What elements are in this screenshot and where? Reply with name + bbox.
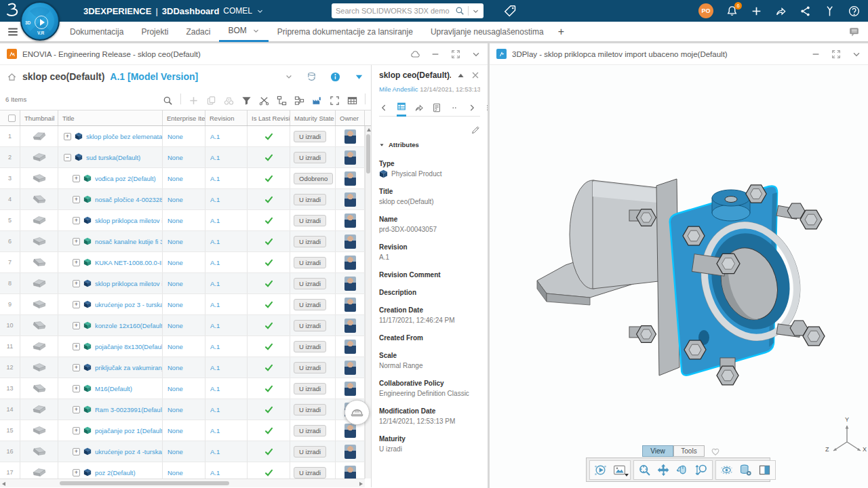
expand-button[interactable]: + — [73, 343, 80, 350]
add-tab-button[interactable]: + — [558, 26, 564, 38]
next-icon[interactable] — [467, 99, 477, 117]
column-header-2[interactable]: Title — [58, 110, 163, 125]
comments-icon[interactable] — [848, 26, 860, 37]
search-icon[interactable] — [163, 94, 173, 104]
column-header-3[interactable]: Enterprise Ite... — [163, 110, 205, 125]
expand-button[interactable]: + — [73, 406, 80, 413]
search-icon[interactable] — [455, 6, 465, 16]
home-icon[interactable] — [7, 72, 17, 82]
item-title-link[interactable]: poz 2(Default) — [95, 469, 136, 476]
table-row[interactable]: 4+nosač pločice 4-0023288 raz...NoneA.1U… — [0, 189, 371, 210]
expand-button[interactable]: + — [73, 259, 80, 266]
search-input[interactable] — [336, 7, 455, 15]
more-icon[interactable] — [450, 99, 459, 117]
table-row[interactable]: 8+sklop priklopca miletov import...NoneA… — [0, 273, 371, 294]
info-icon[interactable] — [330, 72, 340, 82]
compare-structure-icon[interactable] — [294, 94, 304, 104]
item-title-link[interactable]: pojačanje poz 1(Default) — [95, 427, 162, 434]
item-title-link[interactable]: priključak za vakumiranje 12... — [95, 364, 162, 371]
item-title-link[interactable]: pojačanje 8x130(Default) — [95, 343, 162, 350]
table-row[interactable]: 16+ukrućenje poz 4 -turska(Defa...NoneA.… — [0, 441, 371, 462]
owner-name[interactable]: Mile Andesilic — [379, 85, 418, 93]
edit-pencil-icon[interactable] — [471, 125, 480, 135]
column-header-5[interactable]: Is Last Revision — [248, 110, 290, 125]
add-icon[interactable] — [189, 94, 199, 104]
item-title-link[interactable]: ukrućenje poz 3 - turska(Defa... — [95, 301, 162, 308]
expand-button[interactable]: + — [73, 385, 80, 392]
tab-upravljanje-neusaglas-enostima[interactable]: Upravljanje neusaglašenostima — [422, 22, 553, 42]
brand-tenant[interactable]: COMEL — [223, 6, 252, 16]
vertical-scrollbar[interactable] — [365, 126, 371, 479]
3dplay-window-header[interactable]: 3DPlay - sklop priklopca miletov import … — [490, 43, 868, 65]
pan-icon[interactable] — [654, 461, 673, 479]
expand-button[interactable]: + — [73, 427, 80, 434]
tab-projekti[interactable]: Projekti — [132, 22, 177, 42]
expand-button[interactable]: + — [64, 133, 71, 140]
expand-button[interactable]: + — [73, 196, 80, 203]
share-icon[interactable] — [775, 5, 787, 17]
cloud-icon[interactable] — [410, 49, 420, 59]
3dswym-icon[interactable] — [824, 5, 835, 17]
section-icon[interactable] — [736, 461, 755, 479]
item-title-link[interactable]: konzole 12x160(Default) — [95, 322, 162, 329]
help-icon[interactable] — [848, 5, 860, 17]
user-avatar[interactable]: PO — [698, 3, 713, 18]
expand-button[interactable]: + — [73, 175, 80, 182]
share-icon[interactable] — [414, 99, 424, 117]
turntable-icon[interactable] — [717, 461, 736, 479]
play-mode-icon[interactable] — [591, 461, 610, 479]
item-title-link[interactable]: vođica poz 2(Default) — [95, 175, 156, 182]
tenant-chevron-icon[interactable] — [256, 7, 264, 15]
manufacturing-icon[interactable] — [312, 94, 322, 104]
collapse-chevron-icon[interactable] — [852, 49, 861, 59]
zoom-icon[interactable] — [692, 461, 711, 479]
horizontal-scrollbar[interactable] — [0, 479, 365, 487]
table-row[interactable]: 3+vođica poz 2(Default)NoneA.1Odobreno — [0, 168, 371, 189]
expand-structure-icon[interactable] — [307, 72, 317, 82]
tab-priprema-dokumentacije-za-lansiranje[interactable]: Priprema dokumentacije za lansiranje — [269, 22, 422, 42]
table-row[interactable]: 11+pojačanje 8x130(Default)NoneA.1U izra… — [0, 336, 371, 357]
expand-button[interactable]: + — [73, 238, 80, 245]
capture-icon[interactable] — [610, 461, 629, 479]
notifications-bell-icon[interactable]: 6 — [726, 5, 738, 17]
compass-logo[interactable]: 3D V.R — [20, 1, 60, 41]
fullscreen-icon[interactable] — [330, 94, 340, 104]
item-title-link[interactable]: sud turska(Default) — [86, 154, 140, 161]
item-title-link[interactable]: sklop priklopca miletov import... — [95, 280, 162, 287]
expand-button[interactable]: + — [73, 217, 80, 224]
item-title-link[interactable]: M16(Default) — [95, 385, 132, 392]
table-view-icon[interactable] — [347, 94, 357, 104]
table-row[interactable]: 2−sud turska(Default)NoneA.1U izradi — [0, 147, 371, 168]
tab-tools[interactable]: Tools — [673, 445, 705, 457]
column-header-6[interactable]: Maturity State — [290, 110, 336, 125]
expand-button[interactable]: + — [73, 448, 80, 455]
tab-bom[interactable]: BOM — [219, 22, 268, 42]
table-row[interactable]: 9+ukrućenje poz 3 - turska(Defa...NoneA.… — [0, 294, 371, 315]
details-icon[interactable] — [397, 99, 406, 117]
share-network-icon[interactable] — [800, 5, 811, 17]
search-options-chevron-icon[interactable] — [472, 7, 479, 15]
tab-dropdown-chevron-icon[interactable] — [252, 27, 260, 35]
enovia-window-header[interactable]: ENOVIA - Engineering Release - sklop ceo… — [0, 43, 488, 65]
tab-view[interactable]: View — [642, 445, 673, 457]
item-title-link[interactable]: Ram 3-0023991(Default) — [95, 406, 162, 413]
expand-button[interactable]: + — [73, 301, 80, 308]
select-all-checkbox[interactable] — [0, 110, 20, 125]
column-header-4[interactable]: Revision — [205, 110, 248, 125]
table-row[interactable]: 12+priključak za vakumiranje 12...NoneA.… — [0, 357, 371, 378]
tab-zadaci[interactable]: Zadaci — [177, 22, 219, 42]
item-title-link[interactable]: sklop priklopca miletov import... — [95, 217, 162, 224]
expand-button[interactable]: + — [73, 322, 80, 329]
copy-icon[interactable] — [206, 94, 216, 104]
collapse-chevron-icon[interactable] — [471, 49, 481, 59]
hamburger-menu-icon[interactable] — [7, 26, 19, 38]
table-row[interactable]: 1+sklop ploče bez elemenata za levi...No… — [0, 126, 371, 147]
attributes-section-header[interactable]: Attributes — [379, 141, 480, 148]
collapse-up-icon[interactable] — [456, 71, 465, 80]
item-title-link[interactable]: sklop ploče bez elemenata za levi... — [86, 133, 162, 140]
3d-model-canvas[interactable] — [490, 65, 868, 487]
filter-icon[interactable] — [241, 94, 252, 104]
item-title-link[interactable]: ukrućenje poz 4 -turska(Defa... — [95, 448, 162, 455]
tab-dokumentacija[interactable]: Dokumentacija — [61, 22, 132, 42]
assistant-helmet-button[interactable] — [344, 400, 370, 425]
